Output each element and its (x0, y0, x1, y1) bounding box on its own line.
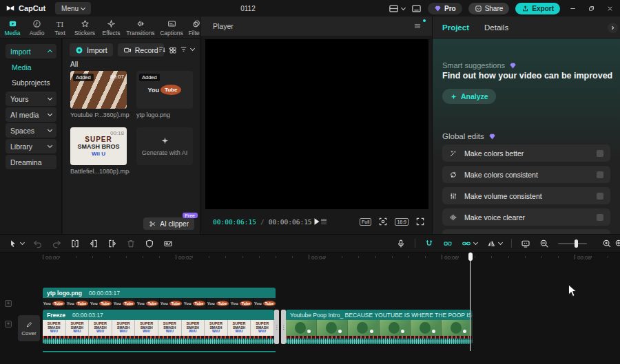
global-edit-make-colors-better[interactable]: Make colors better (442, 144, 610, 162)
select-tool[interactable] (8, 239, 24, 248)
zoom-in-button[interactable] (602, 239, 612, 248)
project-title: 0112 (220, 0, 276, 17)
zoom-out-button[interactable] (539, 239, 549, 248)
analyze-button[interactable]: Analyze (442, 89, 496, 104)
close-button[interactable] (603, 2, 616, 14)
adjustment-button[interactable] (163, 239, 173, 248)
clip-frame: SUPERSMASHWiiU (66, 320, 90, 336)
zoom-in-button[interactable] (614, 239, 620, 248)
global-edit-row-partial[interactable] (442, 229, 610, 234)
pro-button[interactable]: Pro (428, 3, 462, 14)
track-toggle-2[interactable]: + (5, 321, 12, 328)
ruler-minor-tick (608, 256, 608, 258)
media-item-name: Battlefiel...1080p).mp4 (70, 168, 130, 175)
delete-button[interactable] (126, 239, 136, 248)
filter-icon[interactable] (179, 45, 188, 54)
global-edit-make-voice-clearer[interactable]: Make voice clearer (442, 208, 610, 226)
sort-chevron-icon[interactable] (169, 46, 174, 51)
minimize-button[interactable] (566, 2, 579, 14)
linking-button[interactable] (462, 239, 477, 248)
freeze-clip[interactable]: Freeze 00:00:03:17 SUPERSMASHWiiUSUPERSM… (43, 310, 274, 344)
preview-axis-button[interactable] (521, 239, 530, 248)
overlay-clip-ytp-logo[interactable]: ytp logo.png 00:00:03:17 YouTubeYouTubeY… (43, 288, 276, 308)
clip-trim-handles[interactable]: ⋮⋮ (274, 310, 286, 344)
timeline-ruler[interactable]: 00:0000:0200:0400:0600:08 (0, 253, 620, 265)
global-edit-make-volume-consistent[interactable]: Make volume consistent (442, 187, 610, 204)
filter-chevron-icon[interactable] (190, 46, 195, 51)
sidebar-item-spaces[interactable]: Spaces (6, 123, 56, 138)
smash-logo-line: SUPER (85, 136, 112, 144)
playhead[interactable] (468, 253, 473, 351)
undo-button[interactable] (33, 239, 43, 248)
full-quality-button[interactable]: Full (360, 218, 371, 226)
media-item-video[interactable]: Added 00:07 (70, 71, 127, 109)
player-menu-icon[interactable] (413, 22, 422, 30)
maximize-button[interactable] (585, 2, 597, 14)
tab-effects[interactable]: Effects (99, 17, 124, 38)
clip-frame: YouTube (254, 298, 276, 308)
share-button[interactable]: Share (468, 3, 510, 14)
magnetic-button[interactable] (424, 239, 434, 248)
ribbon-more-button[interactable] (608, 23, 618, 33)
record-button[interactable]: Record (118, 43, 164, 56)
aspect-ratio-button[interactable]: 16:9 (395, 218, 409, 226)
sidebar-item-import[interactable]: Import (6, 44, 56, 58)
track-toggle-1[interactable]: + (5, 300, 12, 307)
panel-toggle-icon[interactable] (411, 3, 422, 14)
mirror-button[interactable] (486, 239, 502, 248)
slider-knob[interactable] (575, 239, 578, 248)
mask-button[interactable] (145, 239, 154, 248)
focus-icon[interactable] (378, 217, 388, 226)
snapping-button[interactable] (443, 239, 453, 248)
cover-button[interactable]: Cover (18, 315, 40, 341)
filter-all-label[interactable]: All (70, 61, 78, 68)
tab-media[interactable]: Media (0, 17, 25, 38)
toggle[interactable] (597, 214, 603, 221)
layout-icon[interactable] (389, 3, 399, 14)
redo-button[interactable] (52, 239, 61, 248)
layout-chevron-icon[interactable] (401, 5, 406, 10)
collapsed-track-line[interactable] (43, 351, 276, 352)
export-button[interactable]: Export (515, 3, 560, 14)
sort-icon[interactable] (158, 45, 167, 54)
youtube-logo-text: You (148, 87, 159, 94)
tab-stickers[interactable]: Stickers (71, 17, 99, 38)
media-item-video[interactable]: 00:18 SUPER SMASH BROS Wii U (70, 127, 127, 165)
sidebar-item-media[interactable]: Media (6, 63, 56, 72)
toggle[interactable] (597, 193, 603, 200)
tab-transitions[interactable]: Transitions (124, 17, 157, 38)
sidebar-item-subprojects[interactable]: Subprojects (6, 78, 56, 87)
timeline-zoom-slider[interactable] (558, 243, 587, 244)
sidebar-item-yours[interactable]: Yours (6, 92, 56, 106)
fullscreen-icon[interactable] (415, 217, 425, 226)
tab-project[interactable]: Project (442, 23, 469, 32)
menu-button[interactable]: Menu (55, 2, 91, 14)
delete-right-button[interactable] (107, 239, 117, 248)
delete-left-button[interactable] (89, 239, 99, 248)
tab-details[interactable]: Details (484, 23, 508, 32)
chevron-up-icon (48, 50, 52, 54)
toggle[interactable] (597, 171, 603, 178)
main-video-clip[interactable]: Youtube Poop Intro_ BECAUSE YOUTUBE IS W… (286, 310, 473, 344)
global-edit-make-colors-consistent[interactable]: Make colors consistent (442, 166, 610, 183)
play-button[interactable] (311, 216, 322, 227)
split-button[interactable] (70, 239, 80, 248)
import-media-button[interactable]: Import (70, 43, 113, 56)
media-item-image[interactable]: Added You Tube (136, 71, 193, 109)
tab-audio[interactable]: Audio (25, 17, 49, 38)
toggle[interactable] (597, 150, 603, 157)
video-preview[interactable] (205, 39, 428, 209)
tab-text[interactable]: TIText (49, 17, 71, 38)
generate-with-ai-card[interactable]: Generate with AI (136, 127, 193, 165)
sidebar-item-ai-media[interactable]: AI media (6, 107, 56, 122)
tab-captions[interactable]: Captions (157, 17, 186, 38)
app-name: CapCut (19, 4, 45, 12)
record-voiceover-button[interactable] (396, 239, 406, 248)
generate-label: Generate with AI (142, 149, 188, 156)
sidebar-item-dreamina[interactable]: Dreamina (6, 155, 56, 169)
tab-filters[interactable]: Filters (186, 17, 200, 38)
player-header: Player (200, 17, 432, 36)
scissors-icon (149, 220, 156, 228)
sidebar-item-library[interactable]: Library (6, 139, 56, 153)
ai-clipper-button[interactable]: AI clipper Free (143, 217, 194, 230)
